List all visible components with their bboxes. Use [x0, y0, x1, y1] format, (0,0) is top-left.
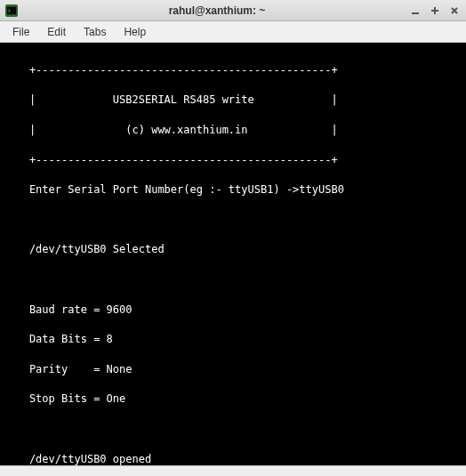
- svg-rect-2: [412, 12, 419, 14]
- config-line: Stop Bits = One: [4, 391, 462, 407]
- minimize-button[interactable]: [409, 4, 422, 17]
- status-line: /dev/ttyUSB0 opened: [4, 452, 462, 465]
- menu-edit[interactable]: Edit: [38, 24, 75, 40]
- config-line: Data Bits = 8: [4, 332, 462, 347]
- status-strip: [0, 465, 466, 476]
- blank-line: [4, 213, 462, 228]
- blank-line: [4, 272, 462, 287]
- svg-rect-1: [7, 6, 17, 14]
- titlebar: rahul@xanthium: ~: [0, 0, 466, 21]
- menu-tabs[interactable]: Tabs: [75, 24, 115, 40]
- close-button[interactable]: [448, 4, 461, 17]
- window-title: rahul@xanthium: ~: [25, 4, 409, 17]
- border-line: +---------------------------------------…: [4, 153, 462, 168]
- maximize-button[interactable]: [429, 4, 441, 17]
- config-line: Baud rate = 9600: [4, 303, 462, 318]
- banner-line: | (c) www.xanthium.in |: [4, 123, 462, 138]
- menu-help[interactable]: Help: [115, 24, 155, 40]
- border-line: +---------------------------------------…: [4, 63, 462, 78]
- menubar: File Edit Tabs Help: [0, 21, 466, 43]
- terminal-output[interactable]: +---------------------------------------…: [0, 43, 466, 465]
- menu-file[interactable]: File: [4, 24, 38, 40]
- blank-line: [4, 422, 462, 437]
- config-line: Parity = None: [4, 362, 462, 377]
- status-line: /dev/ttyUSB0 Selected: [4, 242, 462, 257]
- banner-line: | USB2SERIAL RS485 write |: [4, 93, 462, 108]
- terminal-icon: [5, 4, 18, 17]
- window-controls: [409, 4, 461, 17]
- prompt-line: Enter Serial Port Number(eg :- ttyUSB1) …: [4, 182, 462, 198]
